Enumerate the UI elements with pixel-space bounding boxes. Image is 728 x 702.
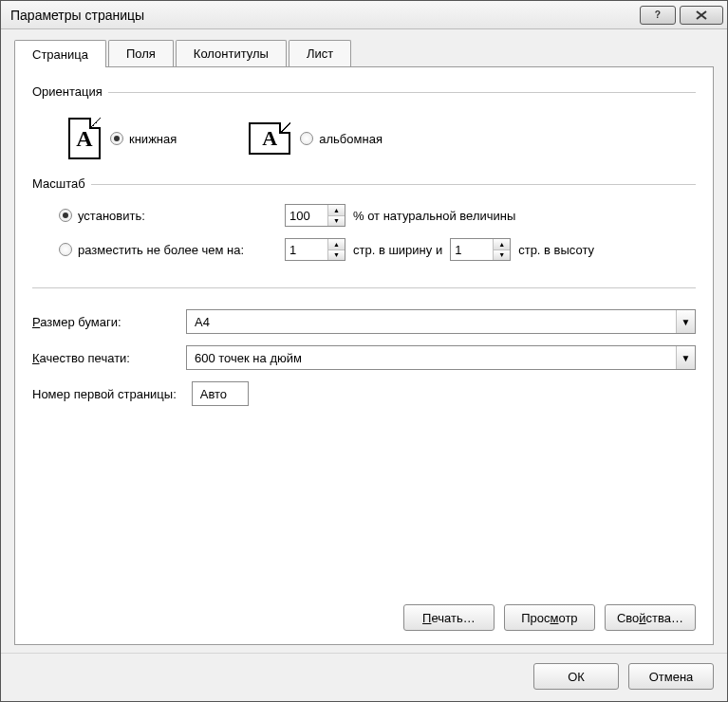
orientation-landscape-label: альбомная (319, 132, 383, 146)
svg-text:?: ? (655, 9, 661, 20)
scaling-fit-tail-text: стр. в высоту (518, 243, 594, 257)
portrait-page-icon: A (68, 118, 101, 159)
print-quality-label: Качество печати: (32, 351, 175, 365)
spin-up-icon[interactable]: ▲ (328, 205, 345, 216)
landscape-page-icon: A (249, 122, 290, 155)
orientation-portrait-radio[interactable]: книжная (110, 132, 177, 146)
radio-indicator-icon (59, 243, 72, 256)
scaling-fit-mid-text: стр. в ширину и (353, 243, 442, 257)
orientation-landscape-radio[interactable]: альбомная (300, 132, 383, 146)
tab-headers[interactable]: Колонтитулы (176, 40, 287, 66)
spin-down-icon[interactable]: ▼ (328, 216, 345, 227)
first-page-label: Номер первой страницы: (32, 387, 177, 401)
scaling-fit-tall-input[interactable] (451, 239, 493, 260)
tab-buttons-row: Печать… Просмотр Свойства… (32, 599, 696, 631)
scaling-legend: Масштаб (32, 176, 91, 191)
dialog-footer: ОК Отмена (1, 653, 727, 701)
scaling-fit-tall-spinner[interactable]: ▲ ▼ (450, 238, 511, 261)
print-button[interactable]: Печать… (403, 604, 495, 631)
window-title: Параметры страницы (10, 8, 636, 23)
ok-button[interactable]: ОК (533, 663, 619, 690)
cancel-button[interactable]: Отмена (628, 663, 714, 690)
close-button[interactable] (680, 6, 723, 25)
first-page-row: Номер первой страницы: Авто (32, 376, 696, 412)
spin-down-icon[interactable]: ▼ (328, 250, 345, 261)
radio-indicator-icon (110, 132, 123, 145)
paper-size-label: Размер бумаги: (32, 315, 175, 329)
tab-page-content: Ориентация A книжная A аль (14, 66, 714, 645)
paper-size-value: A4 (187, 315, 676, 329)
scaling-adjust-spinner[interactable]: ▲ ▼ (285, 204, 345, 227)
tab-page[interactable]: Страница (14, 40, 106, 67)
divider (32, 287, 696, 288)
titlebar: Параметры страницы ? (1, 1, 727, 29)
tab-sheet[interactable]: Лист (289, 40, 351, 66)
radio-indicator-icon (59, 209, 72, 222)
print-quality-combo[interactable]: 600 точек на дюйм ▼ (186, 345, 696, 370)
spin-down-icon[interactable]: ▼ (494, 250, 510, 261)
preview-button[interactable]: Просмотр (504, 604, 595, 631)
first-page-input[interactable]: Авто (192, 381, 249, 406)
scaling-group: Масштаб установить: ▲ ▼ % от натуральной… (32, 184, 696, 276)
print-quality-row: Качество печати: 600 точек на дюйм ▼ (32, 340, 696, 376)
dropdown-icon[interactable]: ▼ (676, 346, 695, 369)
scaling-adjust-label: установить: (78, 209, 145, 223)
properties-button[interactable]: Свойства… (605, 604, 696, 631)
paper-size-combo[interactable]: A4 ▼ (186, 309, 696, 334)
spin-up-icon[interactable]: ▲ (494, 239, 510, 250)
scaling-adjust-input[interactable] (286, 205, 327, 226)
spin-up-icon[interactable]: ▲ (328, 239, 345, 250)
help-button[interactable]: ? (640, 6, 676, 25)
tabstrip: Страница Поля Колонтитулы Лист (14, 39, 714, 66)
page-setup-dialog: Параметры страницы ? Страница Поля Колон… (0, 0, 728, 702)
scaling-adjust-suffix: % от натуральной величины (353, 209, 515, 223)
scaling-fit-wide-spinner[interactable]: ▲ ▼ (285, 238, 345, 261)
orientation-legend: Ориентация (32, 84, 108, 99)
paper-size-row: Размер бумаги: A4 ▼ (32, 304, 696, 340)
tab-margins[interactable]: Поля (108, 40, 174, 66)
scaling-fit-wide-input[interactable] (286, 239, 327, 260)
scaling-fit-label: разместить не более чем на: (78, 243, 244, 257)
client-area: Страница Поля Колонтитулы Лист Ориентаци… (1, 29, 727, 653)
print-quality-value: 600 точек на дюйм (187, 351, 676, 365)
orientation-group: Ориентация A книжная A аль (32, 92, 696, 175)
scaling-fit-radio[interactable]: разместить не более чем на: (59, 243, 277, 257)
orientation-portrait-label: книжная (129, 132, 177, 146)
scaling-adjust-radio[interactable]: установить: (59, 209, 277, 223)
radio-indicator-icon (300, 132, 313, 145)
dropdown-icon[interactable]: ▼ (676, 310, 695, 333)
